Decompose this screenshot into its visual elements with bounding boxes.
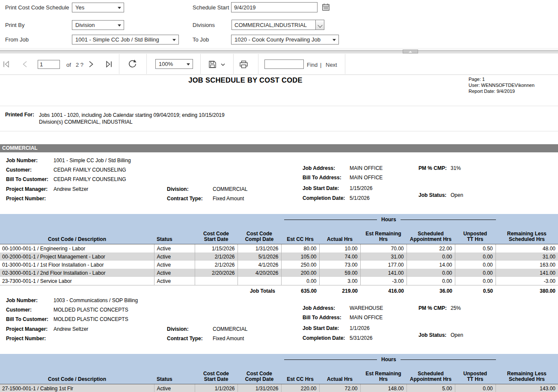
table-cell: Active [154,384,195,392]
table-cell: 70.00 [360,244,407,253]
chevron-down-icon [318,23,322,27]
printed-for-line2: Division(s) COMMERCIAL, INDUSTRIAL [39,119,225,125]
table-cell: 22.00 [407,244,455,253]
table-cell: 59.00 [319,269,360,277]
table-cell: 141.00 [496,269,558,277]
divider [0,131,558,131]
printed-for-value: Jobs 1001 - 1020, including Job Calendar… [39,112,225,125]
table-cell: 200.00 [281,269,319,277]
select-value: Yes [75,4,84,11]
division-section-band: COMMERCIAL [0,144,558,152]
page-info-date: Report Date: 9/4/2019 [469,88,534,94]
next-page-button[interactable] [88,61,94,68]
print-by-select[interactable]: Division [72,20,124,30]
table-cell: 2/1/2026 [195,252,237,261]
completion-date-label: Completion Date: [303,335,345,341]
hours-group-label: Hours [381,217,396,223]
find-button[interactable]: Find [307,62,318,68]
first-page-button[interactable] [3,61,10,68]
project-manager-label: Project Manager: [6,326,47,332]
find-next-button[interactable]: Next [326,62,337,68]
report-body: JOB SCHEDULE BY COST CODE Page: 1 User: … [0,75,558,392]
page-number-input[interactable] [38,60,60,69]
hours-group-header: Hours [281,214,558,225]
print-cost-code-schedule-label: Print Cost Code Schedule [5,4,69,11]
collapse-parameters-handle[interactable] [403,50,418,53]
calendar-button[interactable] [321,3,330,12]
hours-group-spacer [0,214,281,225]
divisions-label: Divisions [193,22,215,28]
table-cell: 163.00 [496,261,558,269]
table-cell: Active [154,269,195,277]
select-value: 100% [159,61,173,67]
report-viewer-screen: Print Cost Code Schedule Yes Print By Di… [0,0,558,392]
table-cell: 0.00 [281,277,319,285]
job-status-value: Open [451,332,463,338]
divisions-input[interactable] [232,20,316,30]
completion-date-value: 5/1/2026 [350,195,370,201]
bill-to-customer-label: Bill To Customer: [6,316,48,322]
hours-line-left [284,220,377,220]
column-header-row: Cost Code / Description Status Cost Code… [0,225,558,244]
to-job-select[interactable]: 1020 - Cook County Prevailing Job [231,35,339,45]
table-cell: 5/1/2026 [237,252,281,261]
save-export-button[interactable] [208,60,226,68]
schedule-start-input[interactable] [231,2,318,12]
bill-to-customer-value: CEDAR FAMILY COUNSELING [53,176,126,182]
project-number-label: Project Number: [6,336,46,342]
table-cell: 2/1/2026 [195,261,237,269]
job-start-date-label: Job Start Date: [303,325,339,331]
hours-group-spacer [0,354,281,365]
pm-cmp-value: 25% [451,305,461,311]
table-cell: 74.00 [319,252,360,261]
bill-to-address-value: MAIN OFFICE [350,315,383,321]
column-header: Cost Code Start Date [195,225,237,244]
divisions-dropdown-button[interactable] [315,20,324,30]
table-cell: 00-1000-001-1 / Engineering - Labor [0,244,154,253]
table-cell: 72.00 [319,384,360,392]
print-cost-code-schedule-select[interactable]: Yes [72,3,124,12]
completion-date-label: Completion Date: [303,195,345,201]
toolbar-separator [258,54,258,74]
table-cell: 1/31/2026 [237,384,281,392]
from-job-select[interactable]: 1001 - Simple CC Job / Std Billing [72,35,179,45]
customer-value: MOLDED PLASTIC CONCEPTS [53,307,128,313]
column-header: Cost Code Compl Date [237,225,281,244]
table-cell: 4/20/2026 [237,269,281,277]
cost-code-table: Hours Cost Code / Description Status Cos… [0,354,558,392]
table-cell: 10.00 [319,244,360,253]
last-page-button[interactable] [105,61,113,68]
project-manager-label: Project Manager: [6,186,47,192]
report-title: JOB SCHEDULE BY COST CODE [0,76,491,84]
column-header: Est CC Hrs [281,225,319,244]
table-cell: 250.00 [281,261,319,269]
column-header-row: Cost Code / Description Status Cost Code… [0,365,558,384]
bill-to-customer-value: MOLDED PLASTIC CONCEPTS [53,316,128,322]
find-input[interactable] [264,59,304,69]
column-header: Scheduled Appointment Hrs [407,365,455,384]
hours-line-left [284,359,377,360]
table-cell: 48.00 [496,244,558,253]
completion-date-value: 5/31/2026 [350,335,372,341]
table-cell: 0.00 [407,252,455,261]
last-page-icon [105,61,113,68]
print-button[interactable] [239,60,248,68]
table-cell: 105.00 [281,252,319,261]
table-cell: 143.00 [496,384,558,392]
customer-value: CEDAR FAMILY COUNSELING [53,167,126,173]
save-icon [208,60,217,68]
refresh-button[interactable] [128,59,137,69]
hours-group-header: Hours [281,354,558,365]
toolbar-separator [233,54,234,74]
previous-page-button[interactable] [22,61,28,68]
previous-page-icon [22,61,28,68]
job-status-label: Job Status: [418,332,446,338]
table-cell: 148.00 [360,384,407,392]
contract-type-label: Contract Type: [167,336,203,342]
table-cell: 1/15/2026 [195,244,237,253]
table-row: 01-3000-001-1 / 1st Floor Installation -… [0,261,558,269]
job-address-label: Job Address: [303,305,335,311]
division-label: Division: [167,326,189,332]
zoom-select[interactable]: 100% [155,59,193,69]
select-value: 1020 - Cook County Prevailing Job [234,36,321,43]
